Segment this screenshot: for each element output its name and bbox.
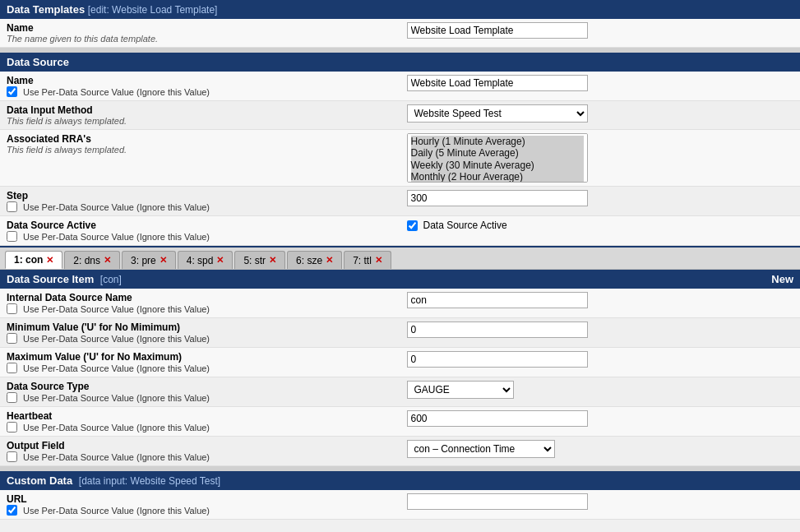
dsi-output-label: Output Field [7, 440, 394, 451]
cd-header-label: Custom Data [7, 474, 72, 487]
ds-rra-listbox[interactable]: Hourly (1 Minute Average) Daily (5 Minut… [407, 133, 588, 183]
dt-header-text: Data Templates [7, 3, 85, 16]
dsi-min-checkbox[interactable] [7, 333, 17, 344]
tab-ttl-close[interactable]: ✕ [375, 255, 382, 266]
ds-active-label-cell: Data Source Active Use Per-Data Source V… [0, 216, 400, 246]
dsi-output-check-label: Use Per-Data Source Value (Ignore this V… [23, 452, 210, 462]
dsi-type-checkbox[interactable] [7, 392, 17, 403]
dsi-max-check-label: Use Per-Data Source Value (Ignore this V… [23, 363, 210, 373]
rra-option-1[interactable]: Daily (5 Minute Average) [411, 147, 584, 159]
cd-url-check-row: Use Per-Data Source Value (Ignore this V… [7, 505, 394, 516]
dsi-heartbeat-label: Heartbeat [7, 410, 394, 422]
dsi-max-label: Maximum Value ('U' for No Maximum) [7, 351, 394, 363]
ds-name-input[interactable] [407, 75, 588, 91]
dsi-max-checkbox[interactable] [7, 363, 17, 373]
dsi-min-input[interactable] [407, 322, 588, 338]
page-wrapper: Data Templates [edit: Website Load Templ… [0, 0, 800, 520]
dt-name-label: Name [7, 22, 394, 34]
cd-url-input-cell [400, 490, 801, 520]
dsi-max-input[interactable] [407, 351, 588, 368]
ds-dim-select[interactable]: Website Speed Test [407, 104, 588, 123]
ds-step-row: Step Use Per-Data Source Value (Ignore t… [0, 187, 800, 216]
dsi-bracket-label: [con] [100, 274, 122, 285]
dsi-output-row: Output Field Use Per-Data Source Value (… [0, 437, 800, 466]
cd-bracket-label: [data input: Website Speed Test] [79, 475, 220, 487]
ds-header-text: Data Source [7, 56, 69, 68]
tab-pre-close[interactable]: ✕ [160, 255, 167, 266]
tab-pre[interactable]: 3: pre ✕ [122, 251, 176, 269]
ds-name-checkbox[interactable] [7, 86, 17, 97]
dsi-output-label-cell: Output Field Use Per-Data Source Value (… [0, 437, 400, 466]
cd-url-check-label: Use Per-Data Source Value (Ignore this V… [23, 506, 210, 516]
dsi-type-select[interactable]: GAUGE COUNTER DERIVE ABSOLUTE [407, 381, 514, 399]
data-source-form: Name Use Per-Data Source Value (Ignore t… [0, 72, 800, 246]
rra-option-2[interactable]: Weekly (30 Minute Average) [411, 160, 584, 171]
dsi-header-label: Data Source Item [7, 273, 94, 285]
dsi-heartbeat-input[interactable] [407, 410, 588, 427]
dsi-internal-name-row: Internal Data Source Name Use Per-Data S… [0, 289, 800, 318]
ds-step-checkbox[interactable] [7, 201, 17, 212]
data-source-header: Data Source [0, 53, 800, 72]
ds-step-check-label: Use Per-Data Source Value (Ignore this V… [23, 202, 210, 212]
dsi-min-row: Minimum Value ('U' for No Mimimum) Use P… [0, 318, 800, 348]
ds-rra-row: Associated RRA's This field is always te… [0, 130, 800, 187]
tab-con-close[interactable]: ✕ [46, 255, 53, 266]
tab-spd[interactable]: 4: spd ✕ [178, 251, 234, 269]
dt-name-input[interactable] [407, 22, 588, 39]
tab-spd-label: 4: spd [187, 255, 214, 266]
dsi-heartbeat-check-row: Use Per-Data Source Value (Ignore this V… [7, 422, 394, 433]
cd-url-input[interactable] [407, 493, 588, 510]
tab-dns[interactable]: 2: dns ✕ [64, 251, 120, 269]
tab-con[interactable]: 1: con ✕ [5, 251, 62, 269]
rra-option-3[interactable]: Monthly (2 Hour Average) [411, 171, 584, 183]
dsi-output-check-row: Use Per-Data Source Value (Ignore this V… [7, 451, 394, 462]
ds-dim-desc: This field is always templated. [7, 116, 394, 126]
ds-dim-row: Data Input Method This field is always t… [0, 101, 800, 130]
dsi-heartbeat-check-label: Use Per-Data Source Value (Ignore this V… [23, 423, 210, 433]
dsi-internal-name-check-row: Use Per-Data Source Value (Ignore this V… [7, 303, 394, 314]
dsi-output-checkbox[interactable] [7, 451, 17, 462]
dsi-internal-name-check-label: Use Per-Data Source Value (Ignore this V… [23, 304, 210, 314]
dsi-internal-name-input-cell [400, 289, 801, 318]
dsi-type-label: Data Source Type [7, 381, 394, 392]
rra-option-0[interactable]: Hourly (1 Minute Average) [411, 136, 584, 147]
tab-str[interactable]: 5: str ✕ [234, 251, 285, 269]
tab-ttl[interactable]: 7: ttl ✕ [344, 251, 391, 269]
ds-active-input-cell: Data Source Active [400, 216, 801, 246]
ds-step-input[interactable] [407, 190, 588, 206]
dsi-type-input-cell: GAUGE COUNTER DERIVE ABSOLUTE [400, 377, 801, 407]
tab-str-close[interactable]: ✕ [269, 255, 276, 266]
dt-edit-link[interactable]: [edit: Website Load Template] [88, 4, 218, 16]
ds-active-check-label: Use Per-Data Source Value (Ignore this V… [23, 232, 210, 242]
ds-rra-input-cell: Hourly (1 Minute Average) Daily (5 Minut… [400, 130, 801, 187]
cd-form: URL Use Per-Data Source Value (Ignore th… [0, 490, 800, 520]
dsi-new-button[interactable]: New [771, 273, 793, 285]
dsi-internal-name-input[interactable] [407, 292, 588, 308]
ds-name-check-row: Use Per-Data Source Value (Ignore this V… [7, 86, 394, 97]
dsi-type-check-row: Use Per-Data Source Value (Ignore this V… [7, 392, 394, 403]
dsi-output-select[interactable]: con – Connection Time dns – DNS Time pre… [407, 440, 555, 458]
ds-active-value-row: Data Source Active [407, 220, 794, 231]
tab-dns-label: 2: dns [73, 255, 100, 266]
dsi-max-check-row: Use Per-Data Source Value (Ignore this V… [7, 363, 394, 373]
ds-name-label-cell: Name Use Per-Data Source Value (Ignore t… [0, 72, 400, 101]
ds-name-label: Name [7, 75, 394, 86]
data-templates-header: Data Templates [edit: Website Load Templ… [0, 0, 800, 19]
cd-header-text: Custom Data [data input: Website Speed T… [7, 474, 220, 487]
ds-name-input-cell [400, 72, 801, 101]
tab-sze-close[interactable]: ✕ [326, 255, 333, 266]
dsi-heartbeat-checkbox[interactable] [7, 422, 17, 433]
tab-dns-close[interactable]: ✕ [104, 255, 111, 266]
dsi-header-text: Data Source Item [con] [7, 273, 122, 285]
tab-sze[interactable]: 6: sze ✕ [287, 251, 342, 269]
ds-active-check-row: Use Per-Data Source Value (Ignore this V… [7, 231, 394, 242]
dsi-internal-name-label: Internal Data Source Name [7, 292, 394, 303]
dsi-heartbeat-row: Heartbeat Use Per-Data Source Value (Ign… [0, 407, 800, 437]
ds-active-checkbox[interactable] [7, 231, 17, 242]
dsi-type-label-cell: Data Source Type Use Per-Data Source Val… [0, 377, 400, 407]
cd-url-checkbox[interactable] [7, 505, 17, 516]
dsi-internal-name-checkbox[interactable] [7, 303, 17, 314]
ds-active-label: Data Source Active [7, 220, 394, 231]
tab-spd-close[interactable]: ✕ [216, 255, 224, 266]
ds-active-value-checkbox[interactable] [407, 220, 418, 231]
